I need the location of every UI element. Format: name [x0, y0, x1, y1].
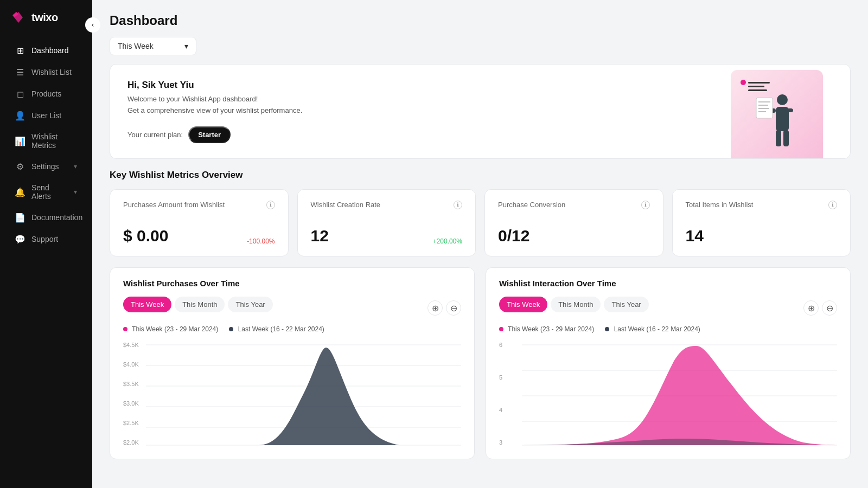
sidebar-item-label: Dashboard	[31, 46, 69, 55]
y-axis-labels-purchases: $4.5K $4.0K $3.5K $3.0K $2.5K $2.0K	[123, 339, 145, 448]
welcome-text-area: Hi, Sik Yuet Yiu Welcome to your Wishlis…	[127, 80, 833, 143]
tab-interaction-this-year[interactable]: This Year	[604, 297, 648, 312]
tab-interaction-this-week[interactable]: This Week	[499, 297, 547, 312]
svg-rect-3	[786, 108, 793, 112]
illustration-dot	[741, 80, 746, 85]
metrics-grid: Purchases Amount from Wishlist ℹ $ 0.00 …	[110, 189, 851, 256]
illustration-box	[731, 70, 823, 159]
sidebar-item-support[interactable]: 💬 Support	[4, 229, 88, 249]
page-title: Dashboard	[110, 13, 851, 28]
sidebar-item-label: Support	[31, 235, 58, 243]
send-alerts-icon: 🔔	[15, 187, 25, 197]
sidebar-item-label: Wishlist Metrics	[31, 132, 77, 150]
metric-card-purchases-amount: Purchases Amount from Wishlist ℹ $ 0.00 …	[110, 189, 289, 256]
plan-badge-button[interactable]: Starter	[188, 126, 231, 143]
chart-title-interaction: Wishlist Interaction Over Time	[499, 279, 837, 288]
legend-item-this-week-interaction: This Week (23 - 29 Mar 2024)	[499, 325, 594, 333]
sidebar-item-wishlist-metrics[interactable]: 📊 Wishlist Metrics	[4, 127, 88, 155]
chart-path-dark	[146, 348, 461, 445]
sidebar-item-wishlist-list[interactable]: ☰ Wishlist List	[4, 62, 88, 82]
tab-purchases-this-year[interactable]: This Year	[228, 297, 272, 312]
chart-zoom-in-interaction[interactable]: ⊕	[803, 300, 819, 316]
sidebar: twixo ⊞ Dashboard ☰ Wishlist List ◻ Prod…	[0, 0, 92, 488]
page-header: Dashboard	[92, 0, 868, 37]
plan-label: Your current plan:	[127, 131, 183, 139]
metric-card-purchase-conversion: Purchase Conversion ℹ 0/12	[484, 189, 663, 256]
svg-rect-5	[783, 130, 789, 146]
legend-dot-dark-interaction	[605, 327, 609, 331]
filter-bar: This Week ▾	[92, 37, 868, 64]
chart-tabs-row-purchases: This Week This Month This Year ⊕ ⊖	[123, 297, 461, 320]
y-axis-labels-interaction: 6 5 4 3	[499, 339, 521, 448]
illus-line-3	[748, 89, 767, 91]
metric-change-creation-rate: +200.00%	[433, 237, 462, 245]
legend-dot-dark	[229, 327, 233, 331]
metric-info-icon-0[interactable]: ℹ	[266, 201, 275, 209]
svg-rect-4	[776, 130, 781, 146]
wishlist-list-icon: ☰	[15, 67, 25, 77]
dashboard-icon: ⊞	[15, 46, 25, 55]
settings-icon: ⚙	[15, 162, 25, 171]
legend-item-this-week-purchases: This Week (23 - 29 Mar 2024)	[123, 325, 218, 333]
sidebar-item-user-list[interactable]: 👤 User List	[4, 105, 88, 126]
welcome-card: Hi, Sik Yuet Yiu Welcome to your Wishlis…	[110, 64, 851, 159]
illus-line-2	[748, 86, 764, 87]
sidebar-item-label: Products	[31, 89, 61, 98]
chart-area-interaction: 6 5 4 3	[499, 339, 837, 448]
svg-point-0	[777, 94, 788, 105]
welcome-greeting: Hi, Sik Yuet Yiu	[127, 80, 833, 91]
metric-label-purchase-conversion: Purchase Conversion ℹ	[498, 201, 650, 209]
sidebar-item-dashboard[interactable]: ⊞ Dashboard	[4, 40, 88, 61]
period-filter-select[interactable]: This Week ▾	[110, 37, 196, 55]
metric-value-purchase-conversion: 0/12	[498, 227, 529, 245]
chart-card-purchases: Wishlist Purchases Over Time This Week T…	[110, 267, 475, 459]
sidebar-item-send-alerts[interactable]: 🔔 Send Alerts ▾	[4, 178, 88, 206]
sidebar-toggle-button[interactable]: ‹	[85, 17, 100, 33]
sidebar-item-label: User List	[31, 111, 61, 120]
logo-text: twixo	[31, 11, 58, 24]
tab-interaction-this-month[interactable]: This Month	[551, 297, 601, 312]
chart-zoom-in-purchases[interactable]: ⊕	[427, 300, 443, 316]
logo-area: twixo	[0, 0, 92, 35]
sidebar-item-settings[interactable]: ⚙ Settings ▾	[4, 156, 88, 177]
chart-zoom-out-interaction[interactable]: ⊖	[822, 300, 837, 316]
sidebar-item-label: Documentation	[31, 213, 82, 222]
chart-inner-interaction	[522, 339, 837, 448]
metric-label-purchases-amount: Purchases Amount from Wishlist ℹ	[123, 201, 275, 209]
chart-tabs-purchases: This Week This Month This Year	[123, 297, 273, 312]
metric-value-row-1: 12 +200.00%	[311, 218, 463, 245]
chart-legend-interaction: This Week (23 - 29 Mar 2024) Last Week (…	[499, 325, 837, 333]
sidebar-item-documentation[interactable]: 📄 Documentation	[4, 207, 88, 228]
chart-controls-interaction: ⊕ ⊖	[803, 300, 837, 316]
legend-dot-pink	[123, 327, 127, 331]
chart-card-interaction: Wishlist Interaction Over Time This Week…	[486, 267, 851, 459]
chart-tabs-interaction: This Week This Month This Year	[499, 297, 649, 312]
welcome-line2: Get a comprehensive view of your wishlis…	[127, 105, 833, 117]
metrics-section-title: Key Wishlist Metrics Overview	[110, 170, 851, 181]
wishlist-metrics-icon: 📊	[15, 136, 25, 146]
legend-item-last-week-interaction: Last Week (16 - 22 Mar 2024)	[605, 325, 700, 333]
settings-arrow: ▾	[74, 163, 77, 170]
chart-tabs-row-interaction: This Week This Month This Year ⊕ ⊖	[499, 297, 837, 320]
metric-info-icon-1[interactable]: ℹ	[454, 201, 462, 209]
purchases-svg	[146, 339, 461, 448]
metric-value-total-items: 14	[686, 227, 704, 245]
filter-selected-value: This Week	[118, 42, 154, 50]
sidebar-item-label: Send Alerts	[31, 183, 67, 201]
logo-icon	[11, 10, 26, 25]
tab-purchases-this-month[interactable]: This Month	[175, 297, 225, 312]
metric-value-row-3: 14	[686, 218, 838, 245]
support-icon: 💬	[15, 234, 25, 244]
metric-info-icon-2[interactable]: ℹ	[641, 201, 650, 209]
metric-value-purchases-amount: $ 0.00	[123, 227, 168, 245]
sidebar-item-products[interactable]: ◻ Products	[4, 84, 88, 104]
chart-zoom-out-purchases[interactable]: ⊖	[446, 300, 461, 316]
metric-change-purchases-amount: -100.00%	[247, 237, 275, 245]
chevron-down-icon: ▾	[184, 42, 188, 50]
svg-rect-6	[756, 98, 773, 118]
tab-purchases-this-week[interactable]: This Week	[123, 297, 171, 312]
person-svg	[755, 88, 799, 153]
charts-section: Wishlist Purchases Over Time This Week T…	[92, 267, 868, 470]
metric-info-icon-3[interactable]: ℹ	[828, 201, 837, 209]
chart-path-pink-interaction	[522, 346, 837, 445]
